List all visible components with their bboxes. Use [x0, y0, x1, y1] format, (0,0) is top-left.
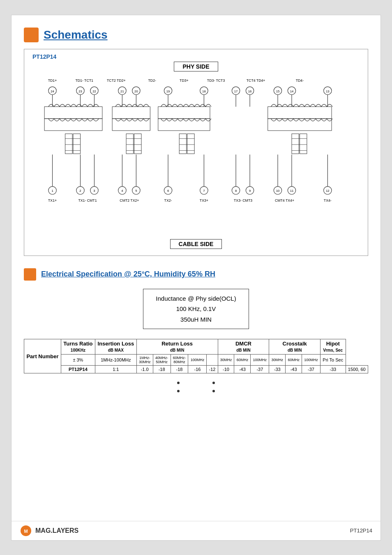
svg-rect-66	[268, 118, 332, 130]
svg-text:19: 19	[166, 89, 170, 93]
svg-text:TX1- CMT1: TX1- CMT1	[78, 198, 97, 202]
data-dmcr3: -33	[269, 366, 286, 373]
svg-text:17: 17	[234, 89, 238, 93]
svg-rect-54	[134, 134, 141, 154]
table-sub-header-row: ± 3% 1MHz-100MHz 1MHz-30MHz 40MHz-50MHz …	[24, 355, 368, 366]
hipot-sub: Pri To Sec	[321, 355, 346, 366]
data-ct3: -33	[321, 366, 346, 373]
svg-text:3: 3	[93, 189, 95, 193]
svg-text:CMT2 TX2+: CMT2 TX2+	[120, 198, 139, 202]
svg-text:TX3- CMT3: TX3- CMT3	[234, 198, 252, 202]
svg-text:M: M	[24, 529, 28, 534]
crosstalk-header: CrosstalkdB MIN	[269, 339, 321, 355]
svg-text:TD3+: TD3+	[180, 78, 189, 83]
svg-rect-46	[65, 134, 72, 154]
svg-text:6: 6	[167, 189, 169, 193]
data-rl2: -18	[171, 366, 188, 373]
svg-text:TD1+: TD1+	[48, 78, 57, 83]
svg-text:TD1- TCT1: TD1- TCT1	[75, 78, 93, 83]
dmcr-sub3: 100MHz	[251, 355, 269, 366]
dot-col-right	[212, 382, 215, 392]
data-ct1: -43	[286, 366, 302, 373]
elec-spec-title: Electrical Specification @ 25°C, Humidit…	[41, 270, 215, 279]
footer-logo-text: MAG.LAYERS	[35, 527, 78, 534]
data-rl5: -10	[218, 366, 234, 373]
svg-text:20: 20	[134, 89, 138, 93]
svg-rect-65	[268, 106, 332, 118]
schematic-section: PT12P14 PHY SIDE TD1+ TD1- TCT1 TCT2 TD2…	[24, 49, 368, 256]
svg-text:TCT2 TD2+: TCT2 TD2+	[107, 78, 126, 83]
rl-sub2: 40MHz-50MHz	[153, 355, 171, 366]
dots-area	[24, 382, 368, 392]
svg-text:2: 2	[79, 189, 81, 193]
svg-text:22: 22	[92, 89, 96, 93]
svg-text:23: 23	[78, 89, 82, 93]
svg-rect-61	[187, 134, 194, 154]
data-ct2: -37	[302, 366, 321, 373]
svg-rect-53	[126, 134, 133, 154]
cable-side-label: CABLE SIDE	[170, 239, 222, 249]
inductance-line2: 100 KHz, 0.1V	[156, 304, 236, 314]
footer-part-number: PT12P14	[350, 527, 372, 534]
svg-text:12: 12	[326, 189, 330, 193]
phy-label-container: PHY SIDE	[32, 62, 360, 75]
svg-text:13: 13	[326, 89, 330, 93]
svg-rect-58	[158, 106, 210, 118]
svg-text:16: 16	[248, 89, 252, 93]
table-data-row: PT12P14 1:1 -1.0 -18 -18 -16 -12 -10 -43…	[24, 366, 368, 373]
dot-2	[177, 390, 180, 392]
svg-text:TX3+: TX3+	[200, 198, 208, 202]
svg-rect-60	[179, 134, 186, 154]
rl-sub1: 1MHz-30MHz	[136, 355, 153, 366]
data-rl1: -18	[153, 366, 171, 373]
svg-rect-59	[158, 118, 210, 130]
dot-4	[212, 390, 215, 392]
svg-text:10: 10	[276, 189, 280, 193]
orange-icon-sm	[24, 268, 36, 281]
svg-text:TX1+: TX1+	[48, 198, 57, 202]
svg-rect-68	[300, 134, 307, 154]
inductance-box: Inductance @ Phy side(OCL) 100 KHz, 0.1V…	[143, 289, 249, 329]
svg-text:24: 24	[51, 89, 54, 93]
footer: M MAG.LAYERS PT12P14	[12, 521, 380, 540]
data-hipot: 1500, 60	[346, 366, 368, 373]
phy-side-label: PHY SIDE	[174, 62, 218, 71]
svg-text:11: 11	[290, 189, 294, 193]
svg-text:8: 8	[235, 189, 237, 193]
svg-rect-45	[44, 118, 102, 130]
footer-logo: M MAG.LAYERS	[20, 525, 78, 537]
rl-sub3: 60MHz-80MHz	[171, 355, 188, 366]
turns-sub: ± 3%	[61, 355, 95, 366]
dot-3	[212, 382, 215, 384]
svg-rect-44	[44, 106, 102, 118]
inductance-line3: 350uH MIN	[156, 314, 236, 325]
rl-sub4: 100MHz	[188, 355, 207, 366]
pt12p14-label: PT12P14	[32, 53, 360, 60]
rl-sub5	[207, 355, 218, 366]
svg-text:TX4-: TX4-	[324, 198, 332, 202]
inductance-container: Inductance @ Phy side(OCL) 100 KHz, 0.1V…	[24, 289, 368, 339]
svg-text:14: 14	[290, 89, 294, 93]
data-rl3: -16	[188, 366, 207, 373]
ins-sub: 1MHz-100MHz	[95, 355, 136, 366]
cable-label-container: CABLE SIDE	[32, 236, 360, 249]
svg-text:4: 4	[121, 189, 123, 193]
svg-text:21: 21	[120, 89, 124, 93]
data-ins: -1.0	[136, 366, 153, 373]
svg-text:15: 15	[276, 89, 280, 93]
data-part-number: PT12P14	[61, 366, 95, 373]
data-rl4: -12	[207, 366, 218, 373]
svg-text:7: 7	[203, 189, 205, 193]
ct-sub2: 60MHz	[286, 355, 302, 366]
data-dmcr1: -43	[234, 366, 251, 373]
ct-sub1: 30MHz	[269, 355, 286, 366]
elec-spec-header: Electrical Specification @ 25°C, Humidit…	[24, 268, 368, 281]
insertion-loss-header: Insertion LossdB MAX	[95, 339, 136, 355]
data-dmcr2: -37	[251, 366, 269, 373]
svg-text:TD3- TCT3: TD3- TCT3	[207, 78, 225, 83]
return-loss-header: Return LossdB MIN	[136, 339, 218, 355]
dmcr-sub2: 60MHz	[234, 355, 251, 366]
turns-ratio-header: Turns Ratio100KHz	[61, 339, 95, 355]
svg-text:TX2-: TX2-	[164, 198, 172, 202]
schematic-diagram: TD1+ TD1- TCT1 TCT2 TD2+ TD2- TD3+ TD3- …	[32, 75, 360, 234]
